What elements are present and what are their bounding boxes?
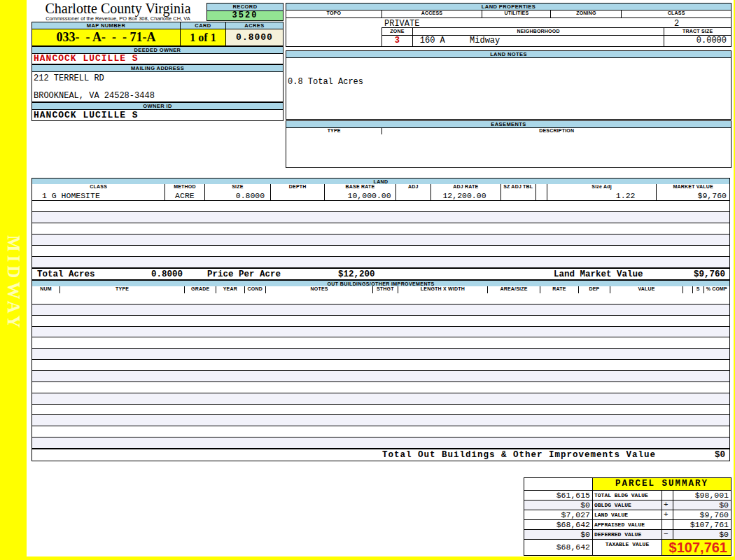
col-size: SIZE xyxy=(205,184,271,191)
easements-box xyxy=(286,134,732,168)
value-land-value: $9,760 xyxy=(673,510,731,519)
out-building-empty-row xyxy=(32,293,729,304)
col-sz-adj-tbl: SZ ADJ TBL xyxy=(501,184,536,191)
prior-obldg-value: $0 xyxy=(524,500,592,510)
county-header: Charlotte County Virginia Commissioner o… xyxy=(29,1,206,21)
card-value: 1 of 1 xyxy=(180,29,226,46)
out-building-empty-row xyxy=(32,337,729,349)
mailing-address-box: 212 TERRELL RD BROOKNEAL, VA 24528-3448 xyxy=(31,72,284,102)
col-notes: NOTES xyxy=(266,286,372,293)
out-building-empty-row xyxy=(32,382,729,393)
value-total-bldg-value: $98,001 xyxy=(673,491,731,500)
col-length-width: LENGTH X WIDTH xyxy=(398,286,488,293)
col-adj-rate: ADJ RATE xyxy=(431,184,500,191)
col-type: TYPE xyxy=(60,286,184,293)
record-value: 3520 xyxy=(206,10,284,21)
out-building-empty-row xyxy=(32,360,729,371)
cell-market-value: $9,760 xyxy=(657,191,729,200)
parcel-summary-corner-cell xyxy=(524,478,592,490)
col-dep: DEP xyxy=(579,286,610,293)
column-class: CLASS xyxy=(622,10,731,18)
col-rate: RATE xyxy=(540,286,578,293)
land-notes-box: 0.8 Total Acres xyxy=(286,58,732,120)
land-properties-columns: TOPO ACCESS UTILITIES ZONING CLASS xyxy=(286,10,732,18)
col-class: CLASS xyxy=(32,184,164,191)
col-spacer xyxy=(683,286,692,293)
price-per-acre-label: Price Per Acre xyxy=(207,269,281,280)
neighborhood-code: 160 A xyxy=(420,36,445,46)
col-pct-comp: % COMP xyxy=(704,286,729,293)
out-building-empty-row xyxy=(32,349,729,360)
district-vertical-label: MIDWAY xyxy=(4,235,23,354)
total-acres-value: 0.8000 xyxy=(151,269,183,280)
land-properties-title: LAND PROPERTIES xyxy=(286,3,732,10)
land-empty-row xyxy=(32,246,729,257)
value-appraised-value: $107,761 xyxy=(673,520,731,529)
land-totals-row: Total Acres 0.8000 Price Per Acre $12,20… xyxy=(31,268,730,280)
cell-spacer xyxy=(536,191,547,200)
cell-sz-adj-tbl xyxy=(501,191,536,200)
address-line1: 212 TERRELL RD xyxy=(32,72,283,83)
out-building-empty-row xyxy=(32,415,729,426)
column-zoning: ZONING xyxy=(551,10,621,18)
neighborhood-name: Midway xyxy=(470,36,500,46)
op-deferred-value: − xyxy=(662,530,673,539)
cell-method: ACRE xyxy=(165,191,204,200)
op-total-bldg-value xyxy=(662,491,673,500)
col-area-size: AREA/SIZE xyxy=(488,286,540,293)
out-buildings-empty-rows xyxy=(31,293,730,449)
land-notes-title: LAND NOTES xyxy=(286,50,732,58)
acres-value: 0.8000 xyxy=(225,29,284,46)
land-table-row: 1 G HOMESITE ACRE 0.8000 10,000.00 12,20… xyxy=(31,191,730,201)
label-taxable-value: TAXABLE VALUE xyxy=(593,540,662,555)
owner-id-value: HANCOCK LUCILLE S xyxy=(31,110,284,121)
col-depth: DEPTH xyxy=(271,184,324,191)
prior-deferred-value: $0 xyxy=(524,530,592,539)
prior-total-bldg-value: $61,615 xyxy=(524,491,592,500)
column-utilities: UTILITIES xyxy=(482,10,550,18)
deeded-owner-value: HANCOCK LUCILLE S xyxy=(31,54,284,64)
label-appraised-value: APPRAISED VALUE xyxy=(593,520,662,529)
cell-adj-rate: 12,200.00 xyxy=(431,191,500,200)
prior-taxable-value: $68,642 xyxy=(524,540,592,555)
column-type: TYPE xyxy=(286,128,382,134)
neighborhood-label: NEIGHBORHOOD xyxy=(413,28,664,35)
zone-value: 3 xyxy=(382,36,412,46)
land-empty-row xyxy=(32,212,729,223)
col-cond: COND xyxy=(245,286,265,293)
col-spacer xyxy=(536,184,547,191)
land-market-value-label: Land Market Value xyxy=(554,269,643,280)
op-land-value: + xyxy=(662,510,673,519)
col-year: YEAR xyxy=(216,286,244,293)
out-building-empty-row xyxy=(32,405,729,416)
column-topo: TOPO xyxy=(286,10,382,18)
cell-class: 1 G HOMESITE xyxy=(32,191,164,200)
op-appraised-value xyxy=(662,520,673,529)
out-buildings-total-row: Total Out Buildings & Other Improvements… xyxy=(31,449,730,461)
address-line2: BROOKNEAL, VA 24528-3448 xyxy=(34,91,155,101)
land-table-empty-rows xyxy=(31,201,730,268)
out-building-empty-row xyxy=(32,304,729,316)
out-building-empty-row xyxy=(32,371,729,382)
parcel-summary-table: PARCEL SUMMARY $61,615 TOTAL BLDG VALUE … xyxy=(524,477,732,556)
col-sthgt: STHGT xyxy=(373,286,397,293)
land-notes-text: 0.8 Total Acres xyxy=(288,77,363,87)
prior-land-value: $7,027 xyxy=(524,510,592,519)
tract-size-label: TRACT SIZE xyxy=(664,28,731,35)
col-adj: ADJ xyxy=(396,184,430,191)
out-buildings-total-label: Total Out Buildings & Other Improvements… xyxy=(382,449,656,461)
mailing-address-label: MAILING ADDRESS xyxy=(31,64,284,72)
col-size-adj: Size Adj xyxy=(547,184,657,191)
cell-size-adj: 1.22 xyxy=(547,191,657,200)
land-empty-row xyxy=(32,223,729,234)
label-deferred-value: DEFERRED VALUE xyxy=(593,530,662,539)
col-num: NUM xyxy=(32,286,59,293)
column-access: ACCESS xyxy=(382,10,482,18)
county-title: Charlotte County Virginia xyxy=(29,1,206,16)
out-building-empty-row xyxy=(32,438,729,448)
out-building-empty-row xyxy=(32,426,729,438)
cell-size: 0.8000 xyxy=(205,191,271,200)
parcel-summary-title: PARCEL SUMMARY xyxy=(593,478,731,490)
value-deferred-value: $0 xyxy=(673,530,731,539)
cell-base-rate: 10,000.00 xyxy=(325,191,396,200)
